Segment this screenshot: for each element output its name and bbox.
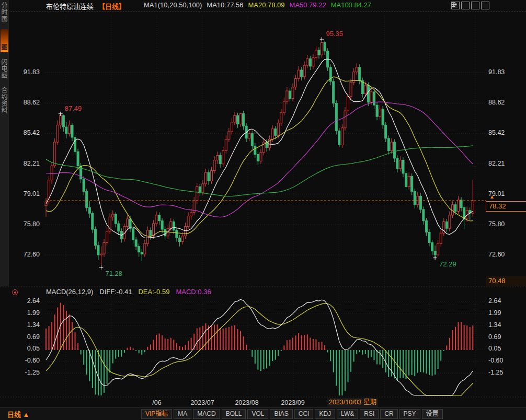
sidebar-item-kline-chart[interactable]: 图 — [1, 29, 8, 52]
date-axis-label: /06 — [152, 399, 161, 406]
tab-CCI[interactable]: CCI — [294, 409, 314, 419]
price-axis-label-right: 88.62 — [488, 99, 505, 106]
exit-right-icon[interactable] — [481, 2, 489, 9]
tab-设置[interactable]: 设置 — [422, 409, 443, 419]
macd-axis-label-right: 1.99 — [488, 309, 501, 317]
tab-VOL[interactable]: VOL — [247, 409, 268, 419]
tab-BIAS[interactable]: BIAS — [270, 409, 292, 419]
macd-header: MACD(26,12,9) DIFF:-0.41 DEA:-0.59 MACD:… — [46, 288, 211, 296]
current-price-box: 78.32 — [486, 201, 526, 212]
macd-name: MACD(26,12,9) — [46, 288, 93, 296]
period-dropdown[interactable]: 日线 ▲ — [7, 409, 29, 419]
axis-bottom-value: 70.48 — [486, 276, 526, 286]
bottom-toolbar: 日线 ▲ VIP指标MAMACDBOLLVOLBIASCCIKDJLW&RSIC… — [0, 407, 526, 420]
macd-diff-value: DIFF:-0.41 — [99, 288, 132, 296]
macd-axis-label-right: 2.64 — [488, 297, 501, 305]
tab-KDJ[interactable]: KDJ — [315, 409, 335, 419]
price-axis-label-left: 72.60 — [15, 251, 40, 258]
price-axis-label-right: 75.80 — [488, 220, 505, 228]
macd-axis-label-right: 0.69 — [488, 333, 501, 341]
price-annotation: 87.49 — [65, 104, 82, 112]
date-axis-label: 2023/09 — [281, 399, 304, 406]
ma20-value: MA20:78.09 — [248, 1, 284, 11]
date-axis-label: 2023/07 — [190, 399, 214, 406]
macd-axis-label-left: 1.99 — [15, 309, 40, 317]
price-axis-label-left: 91.83 — [15, 68, 40, 76]
trading-app-window: 布伦特原油连续 【日线】 MA1(10,20,50,100) MA10:77.5… — [0, 0, 526, 420]
ma100-value: MA100:84.27 — [331, 1, 371, 11]
price-annotation: 95.35 — [326, 30, 344, 38]
price-axis-label-left: 82.21 — [15, 160, 40, 167]
macd-axis-label-left: -1.25 — [15, 369, 40, 376]
price-annotation: 72.29 — [439, 260, 456, 268]
macd-axis-label-left: 1.34 — [15, 321, 40, 329]
price-axis-label-right: 91.83 — [488, 68, 505, 76]
left-sidebar: 分时图 图 闪电图 合约资料 — [0, 0, 9, 286]
sidebar-item-contract-info[interactable]: 合约资料 — [1, 87, 8, 114]
price-axis-label-right: 82.21 — [488, 160, 505, 167]
ma10-value: MA10:77.56 — [207, 1, 243, 11]
macd-axis-label-right: 1.34 — [488, 321, 501, 329]
sidebar-item-lightning-chart[interactable]: 闪电图 — [1, 59, 8, 79]
macd-indicator-icon[interactable] — [12, 289, 18, 295]
price-axis-label-left: 75.80 — [15, 220, 40, 228]
price-axis-label-right: 72.60 — [488, 251, 505, 258]
tab-RSI[interactable]: RSI — [360, 409, 379, 419]
macd-dea-value: DEA:-0.59 — [138, 288, 169, 296]
macd-axis-label-left: 0.69 — [15, 333, 40, 341]
axis-play-icon[interactable] — [471, 2, 479, 9]
macd-axis-label-right: -0.60 — [488, 357, 504, 364]
tab-CR[interactable]: CR — [380, 409, 397, 419]
instrument-title: 布伦特原油连续 — [46, 1, 94, 11]
price-annotation: 71.28 — [106, 270, 123, 277]
tab-VIP指标[interactable]: VIP指标 — [141, 409, 172, 419]
period-tag[interactable]: 【日线】 — [98, 1, 125, 11]
axis-bars-icon[interactable] — [461, 2, 470, 9]
chart-canvas[interactable] — [0, 0, 526, 420]
ma-set-label: MA1(10,20,50,100) — [144, 1, 202, 11]
macd-axis-label-left: 0.05 — [15, 345, 40, 352]
macd-bar-value: MACD:0.36 — [176, 288, 211, 296]
price-axis-label-left: 85.42 — [15, 129, 40, 136]
top-toolbar: 布伦特原油连续 【日线】 MA1(10,20,50,100) MA10:77.5… — [0, 0, 526, 11]
macd-axis-label-left: 2.64 — [15, 297, 40, 305]
crosshair-date-box: 2023/10/03 星期二 — [327, 398, 378, 407]
price-axis-label-left: 79.01 — [15, 190, 40, 197]
price-axis-label-right: 85.42 — [488, 129, 505, 136]
date-axis-label: 2023/08 — [235, 399, 258, 406]
tab-MA[interactable]: MA — [174, 409, 191, 419]
macd-axis-label-right: -1.25 — [488, 369, 504, 376]
sidebar-item-timeshare-chart[interactable]: 分时图 — [1, 2, 8, 22]
indicator-tabs: VIP指标MAMACDBOLLVOLBIASCCIKDJLW&RSICRPSY设… — [141, 409, 443, 419]
ma50-value: MA50:79.22 — [290, 1, 326, 11]
tab-LW&[interactable]: LW& — [337, 409, 358, 419]
price-axis-label-left: 88.62 — [15, 99, 40, 106]
macd-axis-label-right: 0.05 — [488, 345, 501, 352]
tab-PSY[interactable]: PSY — [399, 409, 420, 419]
price-up-triangle-icon: ▲ — [489, 194, 495, 200]
macd-axis-label-left: -0.60 — [15, 357, 40, 364]
tab-MACD[interactable]: MACD — [193, 409, 220, 419]
tab-BOLL[interactable]: BOLL — [222, 409, 246, 419]
